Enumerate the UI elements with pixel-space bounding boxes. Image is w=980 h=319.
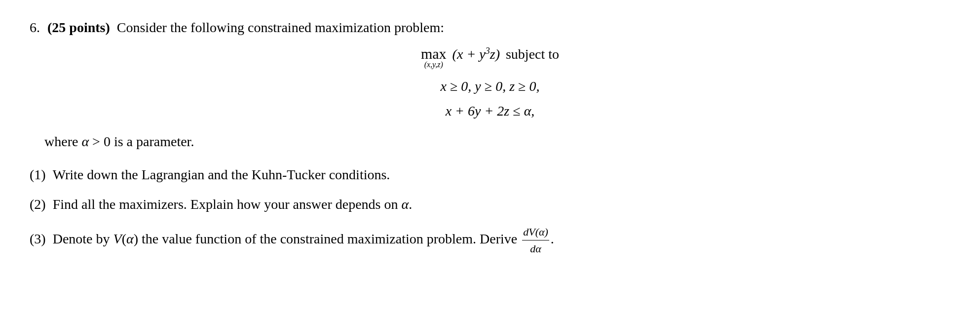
- sub-problem-2-number: (2): [30, 197, 46, 212]
- sub-problem-2: (2) Find all the maximizers. Explain how…: [30, 194, 950, 215]
- fraction-numerator: dV(α): [522, 224, 549, 240]
- sub-problem-2-text: Find all the maximizers. Explain how you…: [53, 194, 413, 215]
- max-line: max (x,y,z) (x + y3z) subject to: [30, 45, 950, 69]
- constraint-2: x + 6y + 2z ≤ α,: [30, 99, 950, 123]
- max-subscript: (x,y,z): [424, 60, 443, 69]
- max-text: max: [421, 45, 447, 62]
- sub-problem-1-number: (1): [30, 167, 46, 183]
- optimization-expression: (x + y3z): [452, 46, 500, 62]
- points-label: (25 points): [47, 20, 110, 35]
- problem-header: 6. (25 points) Consider the following co…: [30, 20, 950, 36]
- subject-to-label: subject to: [506, 46, 559, 62]
- sub-problem-3: (3) Denote by V(α) the value function of…: [30, 224, 950, 257]
- where-clause: where α > 0 is a parameter.: [44, 134, 950, 150]
- sub-problem-1-text: Write down the Lagrangian and the Kuhn-T…: [53, 164, 390, 185]
- problem-container: 6. (25 points) Consider the following co…: [30, 20, 950, 257]
- max-operator: max (x,y,z): [421, 45, 447, 69]
- problem-number: 6.: [30, 20, 43, 36]
- optimization-display: max (x,y,z) (x + y3z) subject to: [30, 45, 950, 69]
- fraction-denominator: dα: [529, 240, 542, 257]
- sub-problem-3-number: (3): [30, 231, 46, 247]
- problem-title: (25 points) Consider the following const…: [47, 20, 444, 36]
- constraint-1: x ≥ 0, y ≥ 0, z ≥ 0,: [30, 74, 950, 99]
- sub-problem-3-text: Denote by V(α) the value function of the…: [53, 224, 554, 257]
- constraints-block: x ≥ 0, y ≥ 0, z ≥ 0, x + 6y + 2z ≤ α,: [30, 74, 950, 124]
- derivative-fraction: dV(α) dα: [522, 224, 549, 257]
- sub-problem-1: (1) Write down the Lagrangian and the Ku…: [30, 164, 950, 185]
